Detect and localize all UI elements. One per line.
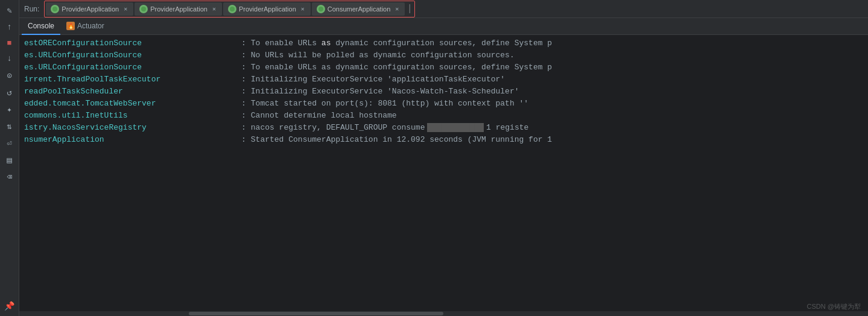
line-class-6: commons.util.InetUtils [24, 110, 241, 122]
back-icon[interactable]: ⏎ [2, 135, 17, 151]
console-line-1: es.URLConfigurationSource : No URLs will… [24, 49, 863, 62]
line-msg-8: Started ConsumerApplication in 12.092 se… [251, 134, 552, 146]
run-tab-provider2[interactable]: ProviderApplication ✕ [135, 2, 222, 16]
console-line-7: istry.NacosServiceRegistry : nacos regis… [24, 122, 863, 134]
stop-icon[interactable]: ■ [3, 36, 16, 49]
pencil-icon[interactable]: ✎ [2, 2, 17, 18]
line-msg-4: Initializing ExecutorService 'Nacos-Watc… [251, 86, 519, 98]
line-msg-7: nacos registry, DEFAULT_GROUP consume███… [251, 122, 529, 134]
line-colon-1: : [241, 49, 246, 62]
main-panel: Run: ProviderApplication ✕ ProviderAppli… [19, 0, 868, 316]
tab-separator: | [407, 4, 413, 14]
line-colon-0: : [241, 37, 246, 49]
watermark: CSDN @铸键为犁 [807, 302, 861, 311]
line-colon-3: : [241, 74, 246, 86]
pin-icon[interactable]: 📌 [2, 298, 17, 314]
line-colon-4: : [241, 86, 246, 98]
actuator-label: Actuator [77, 22, 104, 30]
tab-label-3: ProviderApplication [239, 5, 296, 13]
line-msg-0: To enable URLs as dynamic configuration … [251, 37, 552, 49]
arrow-up-icon[interactable]: ↑ [2, 19, 17, 35]
tab-actuator[interactable]: 🔥 Actuator [60, 18, 110, 35]
tab-close-4[interactable]: ✕ [394, 5, 400, 13]
line-class-4: readPoolTaskScheduler [24, 86, 241, 98]
actuator-icon: 🔥 [66, 22, 75, 30]
tab-icon-2 [139, 5, 148, 13]
console-line-8: nsumerApplication : Started ConsumerAppl… [24, 134, 863, 146]
arrow-down-icon[interactable]: ↓ [2, 51, 17, 66]
line-class-5: edded.tomcat.TomcatWebServer [24, 98, 241, 110]
tab-icon-4 [317, 5, 325, 13]
run-tab-consumer[interactable]: ConsumerApplication ✕ [312, 2, 405, 16]
tab-label-2: ProviderApplication [150, 5, 207, 13]
line-colon-6: : [241, 110, 246, 122]
tab-label-4: ConsumerApplication [328, 5, 391, 13]
run-tab-provider1[interactable]: ProviderApplication ✕ [46, 2, 133, 16]
line-msg-3: Initializing ExecutorService 'applicatio… [251, 74, 505, 86]
line-msg-2: To enable URLs as dynamic configuration … [251, 62, 552, 74]
toolbar-bar: Console 🔥 Actuator [19, 18, 868, 35]
line-class-8: nsumerApplication [24, 134, 241, 146]
sort-icon[interactable]: ⇅ [2, 118, 17, 134]
line-class-0: estOREConfigurationSource [24, 37, 241, 49]
console-wrapper: estOREConfigurationSource : To enable UR… [19, 35, 868, 316]
left-sidebar: ✎ ↑ ■ ↓ ⊙ ↺ ✦ ⇅ ⏎ ▤ ⌫ 📌 [0, 0, 19, 316]
tab-close-1[interactable]: ✕ [122, 5, 128, 13]
line-colon-5: : [241, 98, 246, 110]
tab-icon-3 [228, 5, 236, 13]
line-class-3: irrent.ThreadPoolTaskExecutor [24, 74, 241, 86]
scrollbar-thumb [189, 312, 443, 315]
line-colon-7: : [241, 122, 246, 134]
horizontal-scrollbar[interactable] [19, 311, 868, 316]
console-line-0: estOREConfigurationSource : To enable UR… [24, 37, 863, 49]
line-msg-1: No URLs will be polled as dynamic config… [251, 49, 515, 62]
console-output[interactable]: estOREConfigurationSource : To enable UR… [19, 35, 868, 311]
camera-icon[interactable]: ⊙ [2, 68, 17, 83]
settings-icon[interactable]: ✦ [2, 101, 17, 117]
tab-console[interactable]: Console [22, 18, 60, 35]
line-msg-6: Cannot determine local hostname [251, 110, 397, 122]
trash-icon[interactable]: ⌫ [2, 169, 17, 185]
console-label: Console [28, 22, 54, 30]
run-tabs-container: ProviderApplication ✕ ProviderApplicatio… [44, 1, 415, 17]
line-class-2: es.URLConfigurationSource [24, 62, 241, 74]
line-class-1: es.URLConfigurationSource [24, 49, 241, 62]
tab-close-2[interactable]: ✕ [211, 5, 217, 13]
console-line-3: irrent.ThreadPoolTaskExecutor : Initiali… [24, 74, 863, 86]
print-icon[interactable]: ▤ [2, 152, 17, 168]
line-colon-2: : [241, 62, 246, 74]
console-line-2: es.URLConfigurationSource : To enable UR… [24, 62, 863, 74]
rerun-icon[interactable]: ↺ [2, 84, 17, 100]
line-msg-5: Tomcat started on port(s): 8081 (http) w… [251, 98, 528, 110]
console-line-4: readPoolTaskScheduler : Initializing Exe… [24, 86, 863, 98]
console-line-5: edded.tomcat.TomcatWebServer : Tomcat st… [24, 98, 863, 110]
run-tab-provider3[interactable]: ProviderApplication ✕ [223, 2, 311, 16]
run-bar: Run: ProviderApplication ✕ ProviderAppli… [19, 0, 868, 18]
line-class-7: istry.NacosServiceRegistry [24, 122, 241, 134]
line-colon-8: : [241, 134, 246, 146]
console-line-6: commons.util.InetUtils : Cannot determin… [24, 110, 863, 122]
tab-label-1: ProviderApplication [62, 5, 119, 13]
tab-close-3[interactable]: ✕ [300, 5, 306, 13]
tab-icon-1 [51, 5, 59, 13]
run-label: Run: [24, 5, 39, 13]
